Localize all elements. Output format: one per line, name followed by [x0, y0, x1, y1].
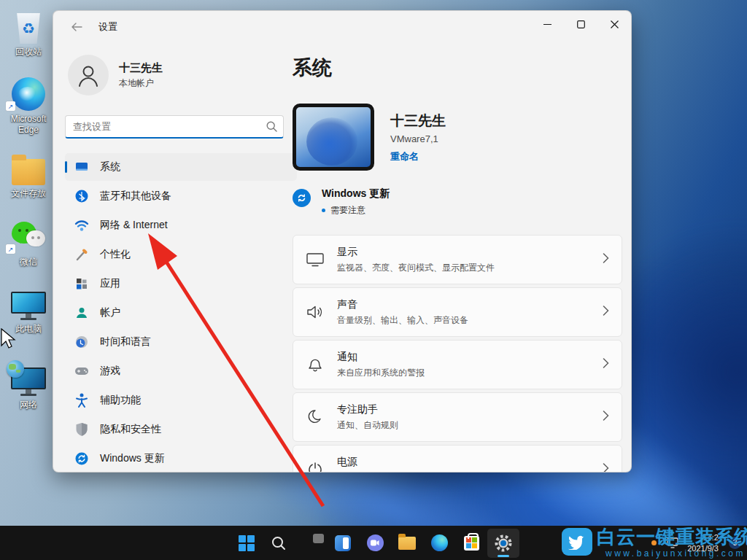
- recycle-bin-icon: ♻: [15, 13, 42, 44]
- page-title: 系统: [293, 55, 622, 81]
- account-icon: [74, 306, 89, 320]
- this-pc-icon: [11, 292, 46, 321]
- wifi-icon: [74, 218, 89, 233]
- task-view-button[interactable]: [295, 529, 327, 558]
- window-title: 设置: [98, 20, 117, 34]
- chevron-right-icon: [603, 306, 609, 319]
- desktop-icon-label: 回收站: [0, 47, 57, 58]
- notification-count-badge[interactable]: 3: [729, 537, 741, 549]
- chevron-right-icon: [603, 253, 609, 266]
- sidebar-nav: 系统 蓝牙和其他设备 网络 & Internet 个性化 应用: [65, 153, 297, 472]
- folder-icon: [12, 159, 45, 185]
- sidebar-item-windows-update[interactable]: Windows 更新: [65, 445, 297, 472]
- display-icon: [306, 252, 325, 268]
- desktop-icon-wechat[interactable]: ↗ 微信: [0, 217, 57, 268]
- status-dot: [322, 209, 325, 212]
- system-icon: [74, 160, 89, 174]
- chevron-right-icon: [603, 463, 609, 472]
- taskbar-search-button[interactable]: [263, 529, 295, 558]
- edge-button[interactable]: [423, 529, 455, 558]
- row-power[interactable]: 电源 睡眠、电池使用情况、节电模式: [293, 445, 622, 472]
- power-icon: [306, 461, 325, 472]
- taskbar-clock[interactable]: 14:2 2021/9/3: [687, 532, 719, 554]
- desktop-icon-label: 文件存放: [0, 188, 57, 199]
- device-summary: 十三先生 VMware7,1 重命名: [293, 104, 622, 171]
- sidebar-item-apps[interactable]: 应用: [65, 270, 297, 298]
- chat-button[interactable]: [359, 529, 391, 558]
- search-box: [65, 115, 284, 139]
- sidebar-item-time-language[interactable]: 时间和语言: [65, 328, 297, 356]
- windows-update-icon: [74, 451, 89, 466]
- windows-update-summary[interactable]: Windows 更新 需要注意: [293, 187, 622, 217]
- update-icon: [293, 189, 311, 207]
- device-model: VMware7,1: [390, 133, 446, 144]
- tray-date: 2021/9/3: [687, 543, 719, 554]
- desktop-icon-label: Microsoft Edge: [0, 114, 57, 136]
- sidebar-item-system[interactable]: 系统: [65, 153, 297, 181]
- user-profile[interactable]: 十三先生 本地帐户: [68, 55, 297, 96]
- search-icon: [266, 121, 277, 132]
- chevron-right-icon: [603, 358, 609, 371]
- shortcut-arrow-icon: ↗: [6, 244, 15, 254]
- chevron-right-icon: [603, 411, 609, 424]
- row-sound[interactable]: 声音 音量级别、输出、输入、声音设备: [293, 287, 622, 337]
- user-account-type: 本地帐户: [119, 77, 163, 90]
- edge-icon: [431, 534, 448, 551]
- sidebar-item-bluetooth[interactable]: 蓝牙和其他设备: [65, 182, 297, 210]
- sidebar-item-personalization[interactable]: 个性化: [65, 241, 297, 268]
- device-name: 十三先生: [390, 112, 446, 131]
- back-button[interactable]: [62, 16, 91, 38]
- bell-icon: [306, 356, 325, 373]
- file-explorer-button[interactable]: [391, 529, 423, 558]
- desktop-icon-edge[interactable]: ↗ Microsoft Edge: [0, 74, 57, 136]
- sound-icon: [306, 304, 325, 320]
- sidebar-item-accounts[interactable]: 帐户: [65, 299, 297, 327]
- desktop-icon-recycle-bin[interactable]: ♻ 回收站: [0, 7, 57, 58]
- sidebar-item-gaming[interactable]: 游戏: [65, 357, 297, 385]
- file-explorer-icon: [398, 537, 416, 550]
- wechat-icon: [10, 220, 47, 254]
- moon-icon: [306, 408, 325, 426]
- desktop-icon-file-folder[interactable]: 文件存放: [0, 149, 57, 199]
- sidebar-item-network[interactable]: 网络 & Internet: [65, 211, 297, 239]
- widgets-button[interactable]: [327, 529, 359, 558]
- row-focus-assist[interactable]: 专注助手 通知、自动规则: [293, 392, 622, 442]
- settings-rows: 显示 监视器、亮度、夜间模式、显示配置文件 声音 音量级别、输出、输入、声音设备: [293, 235, 622, 472]
- task-view-icon: [309, 537, 313, 550]
- desktop-icon-network[interactable]: 网络: [0, 360, 57, 411]
- chat-icon: [367, 534, 384, 551]
- back-arrow-icon: [71, 22, 82, 32]
- globe-icon: [7, 360, 24, 378]
- update-status: 需要注意: [330, 204, 365, 217]
- system-tray: 14:2 2021/9/3 3: [651, 526, 741, 560]
- tray-status-dot-icon: [651, 540, 657, 545]
- search-icon: [271, 536, 286, 551]
- tray-time: 14:2: [687, 532, 719, 543]
- sidebar-item-accessibility[interactable]: 辅助功能: [65, 386, 297, 414]
- widgets-icon: [335, 535, 351, 551]
- desktop-icon-this-pc[interactable]: 此电脑: [0, 284, 57, 335]
- tray-display-icon[interactable]: [667, 537, 680, 548]
- mouse-cursor: [0, 328, 16, 350]
- taskbar: 14:2 2021/9/3 3: [0, 526, 747, 560]
- settings-window: 设置 十三先生 本地帐户: [53, 10, 632, 472]
- shield-icon: [74, 422, 89, 437]
- update-label: Windows 更新: [322, 187, 390, 201]
- store-button[interactable]: [455, 529, 487, 558]
- row-notifications[interactable]: 通知 来自应用和系统的警报: [293, 340, 622, 389]
- desktop-icon-label: 网络: [0, 400, 57, 411]
- gear-icon: [494, 534, 513, 553]
- settings-main: 系统 十三先生 VMware7,1 重命名 Windows 更新 需要注意: [293, 11, 622, 472]
- edge-icon: [12, 77, 45, 111]
- windows-logo-icon: [239, 535, 255, 551]
- accessibility-icon: [74, 393, 89, 408]
- settings-taskbar-button[interactable]: [487, 529, 519, 558]
- start-button[interactable]: [231, 529, 263, 558]
- rename-link[interactable]: 重命名: [390, 150, 446, 163]
- sidebar-item-privacy[interactable]: 隐私和安全性: [65, 416, 297, 443]
- clock-icon: [74, 335, 89, 349]
- apps-icon: [74, 276, 89, 291]
- row-display[interactable]: 显示 监视器、亮度、夜间模式、显示配置文件: [293, 235, 622, 284]
- network-icon: [11, 368, 46, 397]
- search-input[interactable]: [65, 115, 284, 139]
